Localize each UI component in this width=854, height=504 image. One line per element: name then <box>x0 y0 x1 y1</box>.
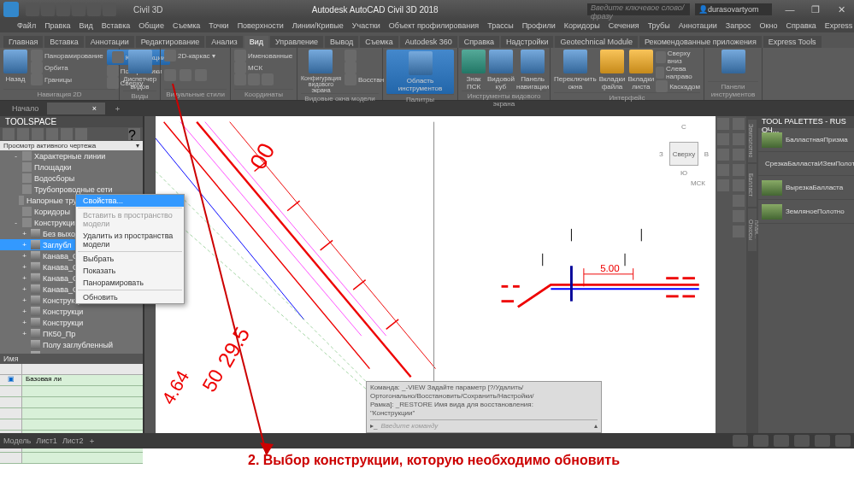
named-ucs[interactable]: Именованные <box>234 50 293 62</box>
tool-palettes-icon[interactable] <box>409 51 433 75</box>
tool-icon[interactable] <box>733 226 745 237</box>
tree-item[interactable]: Водосборы <box>0 173 143 184</box>
vstyle-icon[interactable] <box>180 69 191 81</box>
status-grid-icon[interactable] <box>774 435 789 447</box>
menu-Аннотации[interactable]: Аннотации <box>679 21 717 30</box>
toolspace-filter-select[interactable]: Просмотр активного чертежа▾ <box>0 141 143 150</box>
ribbon-tab[interactable]: Вид <box>244 36 268 48</box>
menu-Запрос[interactable]: Запрос <box>726 21 751 30</box>
context-menu-item[interactable]: Выбрать <box>76 253 184 265</box>
menu-Поверхности[interactable]: Поверхности <box>238 21 284 30</box>
ucs-tool[interactable] <box>234 73 293 85</box>
window-maximize-button[interactable]: ❐ <box>803 1 828 18</box>
ts-btn-icon[interactable] <box>3 128 15 140</box>
user-account[interactable]: 👤 durasovartyom <box>695 3 772 15</box>
menu-Линии/Кривые[interactable]: Линии/Кривые <box>292 21 344 30</box>
ribbon-tab[interactable]: Вывод <box>325 36 358 48</box>
tree-item[interactable]: +ПК50_Пр <box>0 328 143 339</box>
menu-Окно[interactable]: Окно <box>760 21 778 30</box>
ts-btn-icon[interactable] <box>46 128 58 140</box>
context-menu-item[interactable]: Панорамировать <box>76 277 184 289</box>
menu-Объект профилирования[interactable]: Объект профилирования <box>389 21 479 30</box>
tool-icon[interactable] <box>733 195 745 207</box>
context-menu-item[interactable]: Обновить <box>76 291 184 303</box>
world-ucs[interactable]: МСК <box>234 62 293 73</box>
nav-orbit-icon[interactable] <box>717 179 729 191</box>
qat-open-icon[interactable] <box>41 3 55 16</box>
ts-help-icon[interactable]: ? <box>128 128 140 140</box>
menu-Справка[interactable]: Справка <box>786 21 816 30</box>
status-osnap-icon[interactable] <box>835 435 851 447</box>
ribbon-tab[interactable]: Рекомендованные приложения <box>639 36 762 48</box>
tree-item[interactable]: -Характерные линии <box>0 150 143 161</box>
menu-Профили[interactable]: Профили <box>522 21 556 30</box>
qat-redo-icon[interactable] <box>87 3 101 16</box>
ribbon-tab[interactable]: Справка <box>459 36 499 48</box>
menu-Правка[interactable]: Правка <box>44 21 70 30</box>
add-layout-button[interactable]: ＋ <box>88 436 96 447</box>
orbit-tool[interactable]: Орбита <box>31 62 103 73</box>
ribbon-tab[interactable]: Управление <box>270 36 323 48</box>
menu-Файл[interactable]: Файл <box>17 21 36 30</box>
palette-item[interactable]: СрезкаБалластаИЗемПолотна <box>758 152 854 176</box>
named-viewports[interactable] <box>345 50 384 62</box>
switch-windows-icon[interactable] <box>563 50 587 73</box>
ribbon-tab[interactable]: Вставка <box>44 36 83 48</box>
menu-Трубы[interactable]: Трубы <box>648 21 670 30</box>
status-snap-icon[interactable] <box>753 435 769 447</box>
palette-item[interactable]: ВырезкаБалласта <box>758 176 854 200</box>
tool-icon[interactable] <box>733 179 745 191</box>
context-menu-item[interactable]: Удалить из пространства модели <box>76 230 184 250</box>
viewcube-east[interactable]: В <box>704 150 709 158</box>
file-tabs-icon[interactable] <box>600 50 624 73</box>
pan-tool[interactable]: Панорамирование <box>31 50 103 62</box>
context-menu-item[interactable]: Свойства... <box>76 195 184 207</box>
join-viewports[interactable] <box>345 62 384 73</box>
viewcube-face[interactable]: Сверху <box>669 142 698 166</box>
viewcube-west[interactable]: З <box>659 150 663 158</box>
menu-Трассы[interactable]: Трассы <box>487 21 513 30</box>
qat-undo-icon[interactable] <box>72 3 85 16</box>
viewcube-north[interactable]: С <box>659 123 709 131</box>
ribbon-tab[interactable]: Аннотации <box>85 36 134 48</box>
model-tab[interactable]: Модель <box>3 437 31 445</box>
tool-icon[interactable] <box>733 133 745 145</box>
menu-Точки[interactable]: Точки <box>209 21 228 30</box>
ts-btn-icon[interactable] <box>75 128 87 140</box>
nav-zoom-icon[interactable] <box>717 164 729 176</box>
ribbon-tab[interactable]: Анализ <box>206 36 242 48</box>
menu-Express[interactable]: Express <box>825 21 853 30</box>
viewcube-wcs[interactable]: МСК <box>691 179 705 187</box>
window-close-button[interactable]: ✕ <box>828 1 854 18</box>
tree-item[interactable]: Площадки <box>0 161 143 173</box>
toolbars-icon[interactable] <box>721 50 745 73</box>
tab-drawing[interactable]: × <box>47 103 105 114</box>
command-input[interactable]: Введите команду <box>380 422 438 431</box>
menu-Участки[interactable]: Участки <box>352 21 380 30</box>
palette-tab[interactable]: Балласт <box>748 164 757 207</box>
nav-wheel-icon[interactable] <box>717 133 729 145</box>
vstyle-icon[interactable] <box>195 69 207 81</box>
menu-Вставка[interactable]: Вставка <box>102 21 130 30</box>
help-search-input[interactable]: Введите ключевое слово/фразу <box>587 3 690 15</box>
ribbon-tab[interactable]: Надстройки <box>501 36 553 48</box>
ribbon-tab[interactable]: Съемка <box>360 36 398 48</box>
qat-new-icon[interactable] <box>26 3 39 16</box>
menu-Съемка[interactable]: Съемка <box>173 21 200 30</box>
tile-vertical[interactable]: Слева направо <box>656 65 700 80</box>
viewport-config-icon[interactable] <box>309 50 333 73</box>
palette-tab[interactable]: Земполотно <box>748 120 757 162</box>
tile-horizontal[interactable]: Сверху вниз <box>656 50 700 65</box>
qat-save-icon[interactable] <box>56 3 70 16</box>
tab-start[interactable]: Начало <box>3 103 47 114</box>
window-minimize-button[interactable]: — <box>777 1 803 18</box>
context-menu-item[interactable]: Показать <box>76 265 184 277</box>
tab-new-button[interactable]: ＋ <box>105 102 130 116</box>
qat-plot-icon[interactable] <box>103 3 116 16</box>
ucs-sign-icon[interactable] <box>462 50 486 73</box>
tree-item[interactable]: +Конструкци <box>0 306 143 317</box>
status-polar-icon[interactable] <box>815 435 830 447</box>
ts-btn-icon[interactable] <box>17 128 29 140</box>
palette-tab[interactable]: Откосы план... <box>748 208 757 251</box>
ribbon-tab[interactable]: Geotechnical Module <box>555 36 638 48</box>
